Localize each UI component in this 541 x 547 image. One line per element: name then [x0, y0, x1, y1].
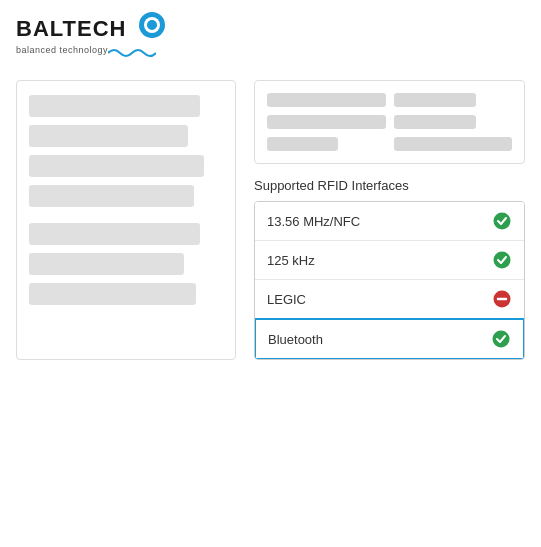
rfid-row-bluetooth[interactable]: Bluetooth: [254, 318, 525, 360]
info-card: [254, 80, 525, 164]
header: BALTECH balanced technology: [16, 16, 525, 60]
check-icon-nfc: [492, 211, 512, 231]
list-item[interactable]: [29, 185, 194, 207]
list-item[interactable]: [29, 95, 200, 117]
rfid-section: Supported RFID Interfaces 13.56 MHz/NFC …: [254, 178, 525, 360]
list-item[interactable]: [29, 283, 196, 305]
rfid-section-title: Supported RFID Interfaces: [254, 178, 525, 193]
brand-icon: [136, 9, 168, 41]
rfid-label-125khz: 125 kHz: [267, 253, 315, 268]
svg-point-4: [494, 252, 511, 269]
info-bar: [394, 115, 477, 129]
rfid-row-legic[interactable]: LEGIC: [255, 280, 524, 319]
brand-name: BALTECH: [16, 16, 126, 42]
right-panel: Supported RFID Interfaces 13.56 MHz/NFC …: [254, 80, 525, 360]
svg-point-3: [494, 213, 511, 230]
info-bar: [394, 137, 513, 151]
info-bar: [267, 93, 386, 107]
list-item[interactable]: [29, 223, 200, 245]
info-bar: [267, 115, 386, 129]
rfid-table: 13.56 MHz/NFC 125 kHz: [254, 201, 525, 360]
check-icon-bluetooth: [491, 329, 511, 349]
check-icon-125khz: [492, 250, 512, 270]
main-content: Supported RFID Interfaces 13.56 MHz/NFC …: [16, 80, 525, 360]
info-bar: [394, 93, 477, 107]
rfid-label-nfc: 13.56 MHz/NFC: [267, 214, 360, 229]
rfid-label-bluetooth: Bluetooth: [268, 332, 323, 347]
list-item[interactable]: [29, 125, 188, 147]
left-panel: [16, 80, 236, 360]
list-item[interactable]: [29, 253, 184, 275]
rfid-label-legic: LEGIC: [267, 292, 306, 307]
rfid-row-nfc[interactable]: 13.56 MHz/NFC: [255, 202, 524, 241]
block-icon-legic: [492, 289, 512, 309]
brand-tagline: balanced technology: [16, 45, 108, 55]
svg-point-7: [493, 331, 510, 348]
rfid-row-125khz[interactable]: 125 kHz: [255, 241, 524, 280]
list-item[interactable]: [29, 155, 204, 177]
svg-point-2: [147, 20, 157, 30]
brand-wave: [108, 42, 156, 60]
info-bar: [267, 137, 338, 151]
